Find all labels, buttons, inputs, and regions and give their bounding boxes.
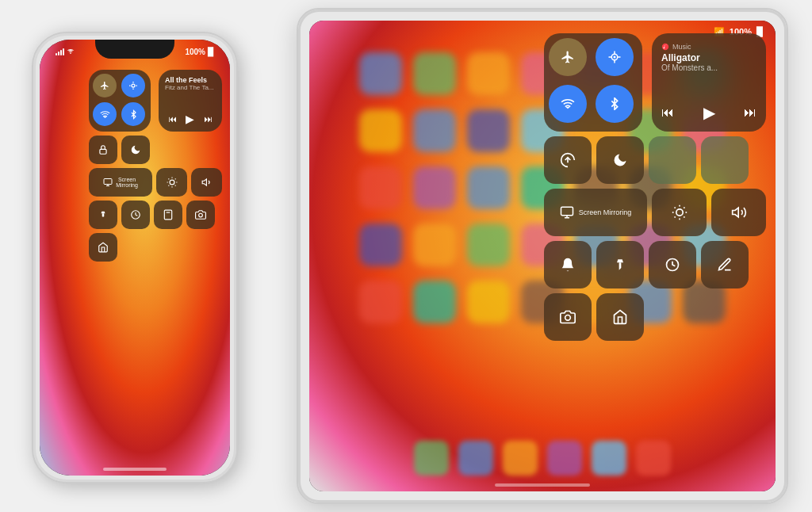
app-icon: [359, 224, 402, 266]
ipad-screen: 📶 100% ▉: [309, 21, 776, 491]
svg-point-1: [614, 56, 616, 59]
iphone-device: 100% ▉: [32, 32, 238, 483]
iphone-control-center[interactable]: All the Feels Fitz and The Ta... ⏮ ▶ ⏭: [89, 70, 222, 262]
app-icon: [359, 281, 402, 323]
ipad-screen-mirror-label: Screen Mirroring: [579, 208, 632, 216]
ipad-cc-nowplaying-block[interactable]: Music Alligator Of Monsters a... ⏮ ▶ ⏭: [652, 33, 766, 132]
ipad-brightness-button[interactable]: [652, 189, 707, 236]
iphone-play-button[interactable]: ▶: [186, 113, 194, 125]
svg-line-25: [174, 185, 175, 186]
iphone-home-indicator: [103, 468, 167, 471]
ipad-cc-row5: [544, 293, 766, 341]
iphone-screen-mirror-button[interactable]: ScreenMirroring: [89, 168, 152, 197]
ipad-airplane-button[interactable]: [549, 38, 587, 76]
signal-bar-1: [56, 53, 57, 55]
ipad-wifi-button[interactable]: [549, 85, 587, 123]
svg-line-13: [684, 208, 684, 208]
ipad-cc-row1: Music Alligator Of Monsters a... ⏮ ▶ ⏭: [544, 33, 766, 132]
iphone-cc-row2: [89, 136, 222, 164]
iphone-brightness-button[interactable]: [156, 168, 187, 197]
app-icon: [467, 281, 510, 323]
iphone-calculator-button[interactable]: [154, 201, 182, 229]
dock-icon: [636, 441, 671, 476]
ipad-lock-rotation-button[interactable]: [544, 136, 592, 184]
iphone-volume-button[interactable]: [191, 168, 222, 197]
ipad-play-button[interactable]: ▶: [703, 103, 715, 122]
svg-rect-31: [102, 213, 105, 216]
ipad-apple-music-icon: [661, 43, 669, 51]
svg-point-17: [565, 315, 571, 321]
ipad-cc-connectivity-block[interactable]: [544, 33, 642, 132]
ipad-playback-controls: ⏮ ▶ ⏭: [661, 103, 756, 122]
app-icon: [359, 52, 402, 95]
ipad-volume-button[interactable]: [711, 189, 766, 236]
iphone-cc-row5: [89, 233, 222, 262]
iphone-bluetooth-button[interactable]: [121, 102, 145, 126]
svg-line-28: [168, 185, 169, 186]
svg-point-21: [170, 180, 174, 185]
iphone-flashlight-button[interactable]: [89, 201, 117, 229]
svg-line-9: [684, 216, 684, 217]
iphone-airplane-button[interactable]: [93, 74, 117, 97]
iphone-wifi-button[interactable]: [93, 102, 117, 126]
ipad-home-button[interactable]: [596, 293, 644, 341]
svg-line-12: [674, 216, 675, 217]
ipad-cc-row4: [544, 241, 766, 288]
ipad-unused-sq2[interactable]: [701, 136, 749, 184]
ipad-screen-mirror-button[interactable]: Screen Mirroring: [544, 189, 647, 236]
ipad-notification-button[interactable]: [544, 241, 592, 288]
iphone-cc-nowplaying-block[interactable]: All the Feels Fitz and The Ta... ⏮ ▶ ⏭: [159, 70, 222, 132]
app-icon: [413, 281, 456, 323]
signal-bar-4: [63, 48, 64, 55]
svg-point-2: [662, 44, 668, 50]
dock-icon: [414, 441, 449, 476]
app-icon: [413, 109, 456, 152]
iphone-cc-row4: [89, 201, 222, 229]
iphone-nowplaying-title: All the Feels: [165, 76, 216, 84]
iphone-prev-button[interactable]: ⏮: [168, 114, 177, 124]
ipad-unused-sq1[interactable]: [649, 136, 696, 184]
iphone-do-not-disturb-button[interactable]: [121, 136, 150, 164]
app-icon: [413, 52, 456, 95]
app-icon: [467, 166, 510, 209]
iphone-lock-rotation-button[interactable]: [89, 136, 117, 164]
iphone-next-button[interactable]: ⏭: [204, 114, 213, 124]
iphone-screen-mirror-label: ScreenMirroring: [116, 177, 138, 188]
ipad-next-button[interactable]: ⏭: [744, 105, 756, 120]
iphone-battery-label: 100%: [185, 48, 205, 56]
ipad-nowplaying-app: Music: [672, 43, 691, 51]
iphone-notch: [95, 40, 174, 59]
dock-icon: [547, 441, 582, 476]
svg-point-18: [132, 84, 135, 87]
ipad-notes-button[interactable]: [701, 241, 749, 288]
iphone-wifi-status-icon: [67, 48, 75, 55]
iphone-nowplaying-subtitle: Fitz and The Ta...: [165, 84, 216, 91]
iphone-airdrop-button[interactable]: [121, 74, 145, 97]
signal-bar-3: [60, 50, 62, 55]
iphone-cc-connectivity-block[interactable]: [89, 70, 151, 132]
ipad-bluetooth-button[interactable]: [596, 85, 634, 123]
svg-rect-20: [104, 179, 112, 185]
iphone-wallpaper: 100% ▉: [40, 40, 230, 476]
ipad-timer-button[interactable]: [649, 241, 696, 288]
ipad-do-not-disturb-button[interactable]: [596, 136, 644, 184]
iphone-timer-button[interactable]: [121, 201, 150, 229]
iphone-camera-button[interactable]: [186, 201, 215, 229]
ipad-airdrop-button[interactable]: [596, 38, 634, 76]
app-icon: [467, 109, 510, 152]
ipad-control-center[interactable]: Music Alligator Of Monsters a... ⏮ ▶ ⏭: [544, 33, 766, 341]
iphone-home-button[interactable]: [89, 233, 117, 262]
svg-marker-14: [732, 208, 738, 217]
svg-marker-30: [202, 179, 206, 185]
ipad-camera-button[interactable]: [544, 293, 592, 341]
iphone-screen: 100% ▉: [40, 40, 230, 476]
ipad-wallpaper: 📶 100% ▉: [309, 21, 776, 491]
ipad-flashlight-button[interactable]: [596, 241, 644, 288]
ipad-cc-row2: [544, 136, 766, 184]
svg-line-29: [174, 178, 175, 179]
app-icon: [413, 166, 456, 209]
app-icon: [359, 166, 402, 209]
ipad-prev-button[interactable]: ⏮: [661, 105, 674, 120]
svg-line-8: [674, 208, 675, 208]
ipad-nowplaying-title: Alligator: [661, 52, 756, 63]
